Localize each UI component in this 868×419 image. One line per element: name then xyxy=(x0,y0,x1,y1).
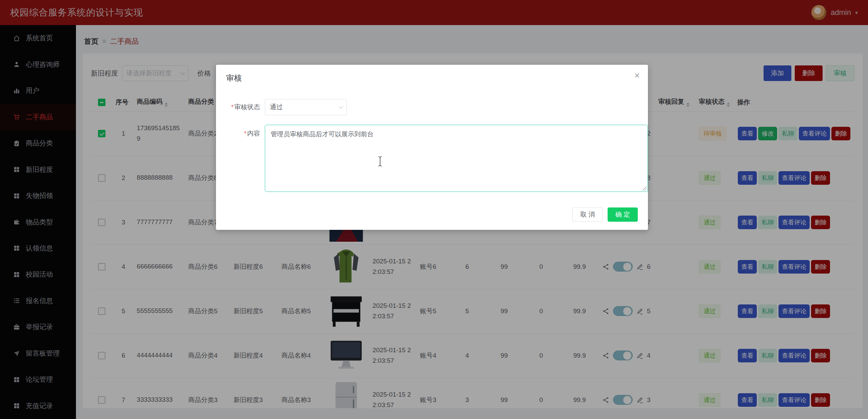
review-content-row: *内容 管理员审核商品后才可以展示到前台 xyxy=(226,125,648,192)
review-status-select[interactable]: 通过 xyxy=(265,99,347,115)
review-content-textarea[interactable]: 管理员审核商品后才可以展示到前台 xyxy=(265,125,648,192)
required-mark: * xyxy=(244,130,246,137)
review-modal: 审核 × *审核状态 通过 *内容 管理员审核商品后才可以展示到前台 取 消 确… xyxy=(216,65,648,230)
review-status-value: 通过 xyxy=(270,103,283,112)
review-status-label: *审核状态 xyxy=(226,103,260,112)
required-mark: * xyxy=(231,104,233,111)
confirm-button[interactable]: 确 定 xyxy=(608,207,638,222)
close-icon[interactable]: × xyxy=(634,71,640,80)
modal-title: 审核 xyxy=(226,74,242,82)
chevron-down-icon xyxy=(339,104,343,109)
review-content-wrap: 管理员审核商品后才可以展示到前台 xyxy=(265,125,648,192)
review-content-label: *内容 xyxy=(226,125,260,138)
cancel-button[interactable]: 取 消 xyxy=(572,207,603,222)
modal-footer: 取 消 确 定 xyxy=(572,207,638,222)
modal-header: 审核 × xyxy=(216,65,648,83)
review-status-row: *审核状态 通过 xyxy=(226,99,648,115)
